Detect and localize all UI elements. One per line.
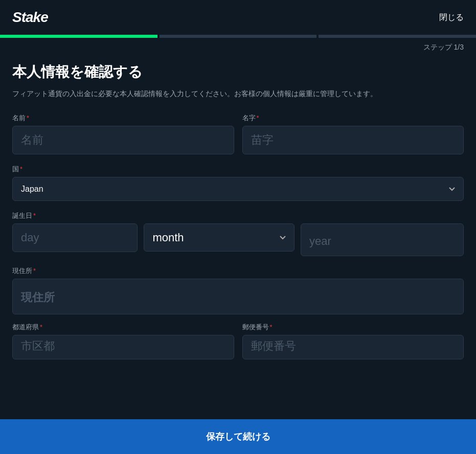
dob-label: 誕生日* (12, 211, 464, 220)
postal-code-label: 郵便番号* (242, 323, 464, 332)
logo: Stake (12, 9, 48, 26)
last-name-label: 名字* (242, 114, 464, 123)
last-name-group: 名字* (242, 114, 464, 154)
dob-day-input[interactable] (12, 223, 138, 252)
prefecture-zip-row: 都道府県* 郵便番号* (12, 323, 464, 359)
save-button[interactable]: 保存して続ける (0, 419, 476, 454)
postal-code-group: 郵便番号* (242, 323, 464, 359)
address-label: 現住所* (12, 266, 464, 276)
country-group: 国* Japan United States United Kingdom Au… (12, 165, 464, 201)
first-name-label: 名前* (12, 114, 234, 123)
progress-segment-2 (160, 35, 317, 38)
close-button[interactable]: 閉じる (439, 12, 464, 23)
dob-row: month January February March April May J… (12, 223, 464, 256)
main-content: 本人情報を確認する フィアット通貨の入出金に必要な本人確認情報を入力してください… (0, 54, 476, 411)
address-group: 現住所* (12, 266, 464, 314)
first-name-input[interactable] (12, 126, 234, 154)
dob-month-group: month January February March April May J… (144, 223, 294, 256)
page-description: フィアット通貨の入出金に必要な本人確認情報を入力してください。お客様の個人情報は… (12, 88, 464, 99)
dob-section: 誕生日* month January February March April … (12, 211, 464, 256)
dob-month-select[interactable]: month January February March April May J… (144, 223, 294, 252)
progress-segment-1 (0, 35, 157, 38)
postal-code-input[interactable] (242, 335, 464, 359)
dob-day-group (12, 223, 138, 256)
header: Stake 閉じる (0, 0, 476, 35)
name-row: 名前* 名字* (12, 114, 464, 154)
page-title: 本人情報を確認する (12, 62, 464, 82)
progress-bar (0, 35, 476, 38)
dob-year-group (301, 223, 464, 256)
dob-year-input[interactable] (301, 223, 464, 256)
first-name-group: 名前* (12, 114, 234, 154)
last-name-input[interactable] (242, 126, 464, 154)
country-label: 国* (12, 165, 464, 174)
prefecture-label: 都道府県* (12, 323, 234, 332)
step-label: ステップ 1/3 (0, 38, 476, 54)
prefecture-group: 都道府県* (12, 323, 234, 359)
progress-segment-3 (319, 35, 476, 38)
country-select[interactable]: Japan United States United Kingdom Austr… (12, 177, 464, 201)
prefecture-input[interactable] (12, 335, 234, 359)
address-input[interactable] (12, 279, 464, 314)
